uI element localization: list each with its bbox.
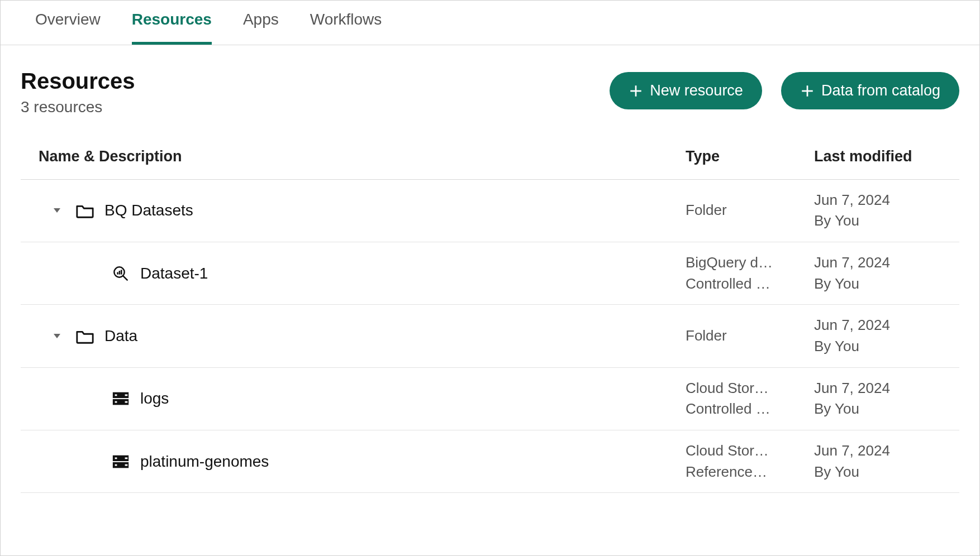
modified-date: Jun 7, 2024 — [814, 315, 948, 336]
cell-type: BigQuery d…Controlled … — [686, 252, 814, 294]
type-line2: Reference… — [686, 462, 792, 483]
data-from-catalog-button[interactable]: Data from catalog — [781, 72, 959, 109]
table-row[interactable]: Dataset-1BigQuery d…Controlled …Jun 7, 2… — [21, 242, 959, 305]
modified-by: By You — [814, 399, 948, 420]
cell-type: Folder — [686, 200, 814, 221]
cell-name: Data — [21, 327, 686, 345]
folder-icon — [75, 202, 94, 219]
type-line1: Folder — [686, 325, 792, 347]
resource-count: 3 resources — [21, 98, 135, 116]
page-header: Resources 3 resources New resource Data … — [1, 45, 979, 116]
modified-by: By You — [814, 462, 948, 483]
table-row[interactable]: platinum-genomesCloud Stor…Reference…Jun… — [21, 430, 959, 493]
folder-icon — [75, 328, 94, 344]
cell-name: Dataset-1 — [21, 265, 686, 282]
page-title: Resources — [21, 69, 135, 94]
resource-name: Data — [104, 327, 137, 345]
storage-icon — [111, 453, 130, 470]
table-header: Name & Description Type Last modified — [21, 145, 959, 180]
cell-modified: Jun 7, 2024By You — [814, 440, 959, 482]
modified-by: By You — [814, 336, 948, 357]
col-name: Name & Description — [39, 145, 686, 168]
table-row[interactable]: DataFolderJun 7, 2024By You — [21, 305, 959, 367]
type-line1: Cloud Stor… — [686, 440, 792, 462]
plus-icon — [629, 84, 643, 98]
cell-type: Cloud Stor…Reference… — [686, 440, 814, 482]
plus-icon — [800, 84, 815, 98]
cell-modified: Jun 7, 2024By You — [814, 378, 959, 420]
modified-by: By You — [814, 210, 948, 232]
type-line2: Controlled … — [686, 399, 792, 420]
tab-apps[interactable]: Apps — [243, 11, 279, 45]
data-from-catalog-label: Data from catalog — [821, 82, 940, 99]
bq-icon — [111, 265, 130, 282]
tab-resources[interactable]: Resources — [132, 11, 212, 45]
new-resource-button[interactable]: New resource — [610, 72, 762, 109]
resource-name: logs — [140, 390, 169, 408]
cell-name: BQ Datasets — [21, 202, 686, 219]
expand-caret-icon[interactable] — [49, 207, 65, 214]
cell-type: Folder — [686, 325, 814, 347]
type-line1: Cloud Stor… — [686, 378, 792, 399]
resource-name: BQ Datasets — [104, 202, 193, 219]
tab-workflows[interactable]: Workflows — [310, 11, 382, 45]
modified-date: Jun 7, 2024 — [814, 378, 948, 399]
resource-name: platinum-genomes — [140, 453, 269, 471]
modified-by: By You — [814, 274, 948, 295]
type-line1: BigQuery d… — [686, 252, 792, 274]
modified-date: Jun 7, 2024 — [814, 190, 948, 211]
resource-table: Name & Description Type Last modified BQ… — [21, 145, 959, 493]
col-type: Type — [686, 145, 814, 168]
table-row[interactable]: BQ DatasetsFolderJun 7, 2024By You — [21, 180, 959, 242]
storage-icon — [111, 390, 130, 407]
resource-name: Dataset-1 — [140, 265, 208, 282]
modified-date: Jun 7, 2024 — [814, 252, 948, 274]
cell-name: platinum-genomes — [21, 453, 686, 471]
cell-type: Cloud Stor…Controlled … — [686, 378, 814, 420]
col-modified: Last modified — [814, 145, 959, 168]
cell-name: logs — [21, 390, 686, 408]
modified-date: Jun 7, 2024 — [814, 440, 948, 462]
tab-overview[interactable]: Overview — [35, 11, 101, 45]
tabs: Overview Resources Apps Workflows — [1, 1, 979, 45]
cell-modified: Jun 7, 2024By You — [814, 252, 959, 294]
type-line1: Folder — [686, 200, 792, 221]
cell-modified: Jun 7, 2024By You — [814, 190, 959, 232]
new-resource-label: New resource — [650, 82, 743, 99]
cell-modified: Jun 7, 2024By You — [814, 315, 959, 357]
expand-caret-icon[interactable] — [49, 333, 65, 339]
type-line2: Controlled … — [686, 274, 792, 295]
table-row[interactable]: logsCloud Stor…Controlled …Jun 7, 2024By… — [21, 368, 959, 430]
